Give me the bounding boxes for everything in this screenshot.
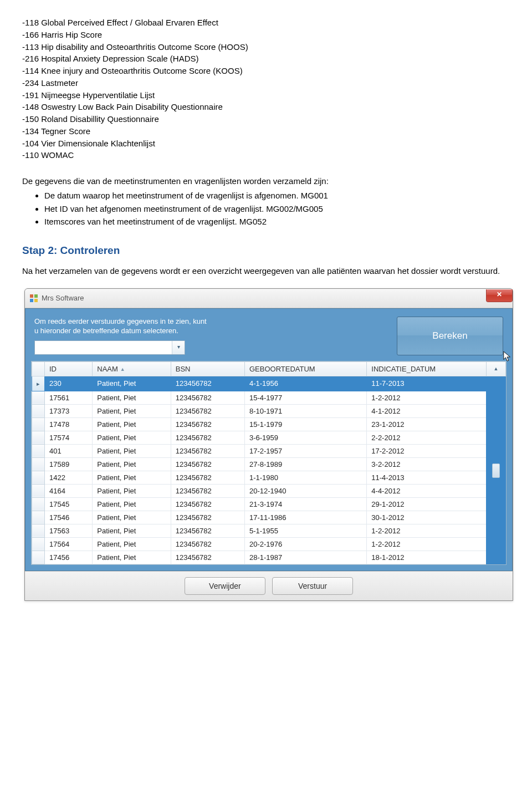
col-indicatie-datum[interactable]: INDICATIE_DATUM [367, 361, 487, 376]
cell-naam: Patient, Piet [93, 417, 171, 431]
cell-naam: Patient, Piet [93, 524, 171, 537]
cell-id: 17563 [45, 524, 93, 537]
table-row[interactable]: 17456Patient, Piet12345678228-1-198718-1… [32, 551, 506, 564]
cell-naam: Patient, Piet [93, 511, 171, 524]
cell-id: 17373 [45, 404, 93, 417]
table-row[interactable]: 17563Patient, Piet1234567825-1-19551-2-2… [32, 524, 506, 537]
row-selector[interactable]: ▸ [32, 376, 45, 391]
cell-id: 17478 [45, 417, 93, 431]
cell-ind: 1-2-2012 [367, 537, 487, 551]
row-selector[interactable] [32, 497, 45, 511]
cell-naam: Patient, Piet [93, 391, 171, 404]
table-row[interactable]: 4164Patient, Piet12345678220-12-19404-4-… [32, 484, 506, 497]
col-geboortedatum[interactable]: GEBOORTEDATUM [245, 361, 367, 376]
cell-naam: Patient, Piet [93, 376, 171, 391]
cell-ind: 2-2-2012 [367, 431, 487, 444]
row-selector[interactable] [32, 551, 45, 564]
list-item: -134 Tegner Score [22, 125, 510, 137]
cell-ind: 1-2-2012 [367, 391, 487, 404]
table-row[interactable]: 17373Patient, Piet1234567828-10-19714-1-… [32, 404, 506, 417]
table-row[interactable]: 17574Patient, Piet1234567823-6-19592-2-2… [32, 431, 506, 444]
cell-ind: 4-1-2012 [367, 404, 487, 417]
row-selector[interactable] [32, 444, 45, 457]
header-row: ID NAAM▲ BSN GEBOORTEDATUM INDICATIE_DAT… [32, 361, 506, 376]
titlebar: Mrs Software ✕ [25, 289, 513, 308]
col-bsn[interactable]: BSN [171, 361, 244, 376]
document-body: -118 Global Perceived Effect / Globaal E… [22, 17, 510, 601]
chevron-down-icon: ▾ [172, 341, 185, 354]
scrollbar-track[interactable] [487, 376, 506, 564]
bullet-list: De datum waarop het meetinstrument of de… [22, 190, 510, 228]
cell-id: 17545 [45, 497, 93, 511]
bullet-item: Itemscores van het meetinstrument of de … [44, 216, 510, 228]
list-item: -166 Harris Hip Score [22, 29, 510, 41]
cell-bsn: 123456782 [171, 524, 244, 537]
bereken-button[interactable]: Bereken [397, 317, 503, 355]
cell-ind: 18-1-2012 [367, 551, 487, 564]
date-select-value [35, 341, 172, 354]
col-naam[interactable]: NAAM▲ [93, 361, 171, 376]
row-selector[interactable] [32, 391, 45, 404]
date-select[interactable]: ▾ [34, 340, 185, 355]
list-item: -113 Hip disability and Osteoarthritis O… [22, 41, 510, 53]
cell-ind: 30-1-2012 [367, 511, 487, 524]
list-item: -150 Roland Disabillity Questionnaire [22, 113, 510, 125]
row-selector[interactable] [32, 457, 45, 471]
cell-naam: Patient, Piet [93, 537, 171, 551]
app-window: Mrs Software ✕ Om reeds eerder verstuurd… [24, 288, 513, 601]
cell-bsn: 123456782 [171, 511, 244, 524]
verstuur-button[interactable]: Verstuur [272, 577, 353, 595]
verwijder-button[interactable]: Verwijder [185, 577, 265, 595]
cell-geb: 20-12-1940 [245, 484, 367, 497]
cell-geb: 4-1-1956 [245, 376, 367, 391]
table-row[interactable]: 17478Patient, Piet12345678215-1-197923-1… [32, 417, 506, 431]
row-selector[interactable] [32, 404, 45, 417]
cell-geb: 8-10-1971 [245, 404, 367, 417]
cell-id: 1422 [45, 471, 93, 484]
list-item: -110 WOMAC [22, 149, 510, 161]
list-item: -118 Global Perceived Effect / Globaal E… [22, 17, 510, 29]
row-selector-header [32, 361, 45, 376]
cell-naam: Patient, Piet [93, 404, 171, 417]
cell-bsn: 123456782 [171, 431, 244, 444]
scrollbar-thumb[interactable] [492, 463, 500, 478]
list-item: -216 Hospital Anxiety Depression Scale (… [22, 53, 510, 65]
cell-geb: 17-11-1986 [245, 511, 367, 524]
table-row[interactable]: 17546Patient, Piet12345678217-11-198630-… [32, 511, 506, 524]
cell-ind: 11-4-2013 [367, 471, 487, 484]
cell-ind: 29-1-2012 [367, 497, 487, 511]
row-selector[interactable] [32, 417, 45, 431]
bereken-label: Bereken [432, 330, 467, 341]
bullet-item: De datum waarop het meetinstrument of de… [44, 190, 510, 202]
cell-id: 230 [45, 376, 93, 391]
row-selector[interactable] [32, 511, 45, 524]
close-button[interactable]: ✕ [486, 289, 513, 302]
table-row[interactable]: 17589Patient, Piet12345678227-8-19893-2-… [32, 457, 506, 471]
cell-ind: 17-2-2012 [367, 444, 487, 457]
cell-naam: Patient, Piet [93, 484, 171, 497]
cell-naam: Patient, Piet [93, 497, 171, 511]
table-row[interactable]: ▸230Patient, Piet1234567824-1-195611-7-2… [32, 376, 506, 391]
table-row[interactable]: 17545Patient, Piet12345678221-3-197429-1… [32, 497, 506, 511]
table-row[interactable]: 17561Patient, Piet12345678215-4-19771-2-… [32, 391, 506, 404]
row-selector[interactable] [32, 524, 45, 537]
close-icon: ✕ [497, 291, 502, 298]
table-row[interactable]: 1422Patient, Piet1234567821-1-198011-4-2… [32, 471, 506, 484]
scroll-up-icon[interactable]: ▲ [487, 361, 506, 376]
cell-bsn: 123456782 [171, 417, 244, 431]
row-selector[interactable] [32, 484, 45, 497]
cell-id: 17564 [45, 537, 93, 551]
row-marker-icon: ▸ [32, 376, 44, 391]
col-id[interactable]: ID [45, 361, 93, 376]
cell-bsn: 123456782 [171, 497, 244, 511]
cell-id: 17561 [45, 391, 93, 404]
data-grid[interactable]: ID NAAM▲ BSN GEBOORTEDATUM INDICATIE_DAT… [31, 361, 507, 565]
table-row[interactable]: 17564Patient, Piet12345678220-2-19761-2-… [32, 537, 506, 551]
row-selector[interactable] [32, 431, 45, 444]
bottom-toolbar: Verwijder Verstuur [25, 571, 513, 600]
row-selector[interactable] [32, 471, 45, 484]
table-row[interactable]: 401Patient, Piet12345678217-2-195717-2-2… [32, 444, 506, 457]
row-selector[interactable] [32, 537, 45, 551]
cell-id: 4164 [45, 484, 93, 497]
paragraph-intro: De gegevens die van de meetinstrumenten … [22, 175, 510, 187]
